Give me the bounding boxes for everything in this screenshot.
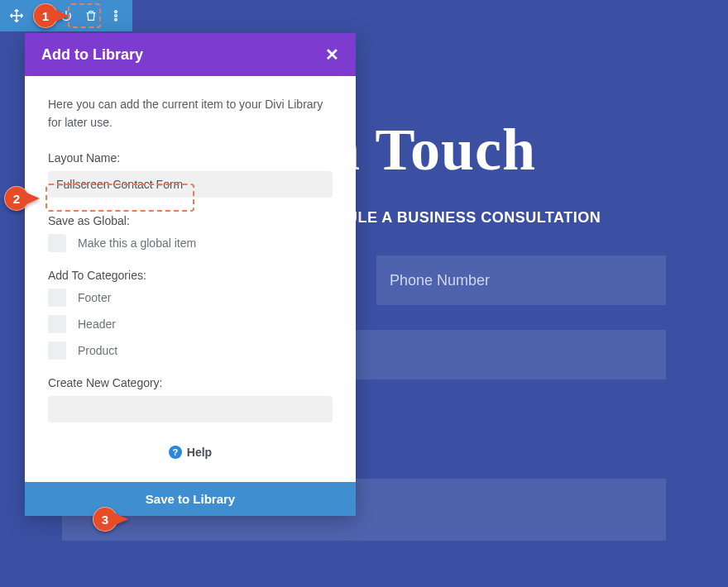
dialog-header: Add to Library ✕	[25, 33, 356, 76]
callout-bubble: 1	[33, 3, 58, 28]
global-checkbox[interactable]	[48, 234, 66, 252]
category-label: Footer	[78, 291, 111, 304]
global-check-row[interactable]: Make this a global item	[48, 234, 333, 252]
layout-name-label: Layout Name:	[48, 151, 333, 165]
callout-bubble: 2	[4, 186, 29, 211]
save-global-label: Save as Global:	[48, 214, 333, 227]
callout-bubble: 3	[93, 507, 117, 532]
help-link[interactable]: ? Help	[48, 439, 333, 472]
category-checkbox[interactable]	[48, 341, 66, 360]
save-global-group: Save as Global: Make this a global item	[48, 214, 333, 252]
svg-point-2	[115, 11, 117, 13]
dialog-title: Add to Library	[41, 46, 143, 64]
svg-point-3	[115, 15, 117, 17]
callout-1: 1	[33, 3, 69, 28]
add-to-library-dialog: Add to Library ✕ Here you can add the cu…	[25, 33, 356, 516]
dialog-body: Here you can add the current item to you…	[25, 76, 356, 482]
layout-name-group: Layout Name:	[48, 151, 333, 198]
callout-2: 2	[4, 186, 40, 211]
category-checkbox[interactable]	[48, 315, 66, 333]
trash-icon[interactable]	[83, 7, 99, 24]
callout-tail	[26, 193, 40, 204]
global-check-label: Make this a global item	[78, 236, 196, 250]
new-category-group: Create New Category:	[48, 376, 333, 422]
svg-point-4	[115, 18, 117, 21]
callout-tail	[115, 513, 128, 525]
category-label: Product	[78, 344, 117, 357]
categories-label: Add To Categories:	[48, 269, 333, 282]
layout-name-input[interactable]	[48, 171, 333, 198]
callout-tail	[55, 10, 69, 21]
category-row-product[interactable]: Product	[48, 341, 333, 360]
category-label: Header	[78, 317, 116, 331]
categories-group: Add To Categories: Footer Header Product	[48, 269, 333, 360]
new-category-input[interactable]	[48, 396, 333, 422]
more-icon[interactable]	[108, 7, 124, 24]
callout-3: 3	[93, 507, 128, 532]
new-category-label: Create New Category:	[48, 376, 333, 389]
category-row-footer[interactable]: Footer	[48, 289, 333, 307]
category-row-header[interactable]: Header	[48, 315, 333, 333]
save-to-library-button[interactable]: Save to Library	[25, 482, 356, 516]
category-checkbox[interactable]	[48, 289, 66, 307]
move-icon[interactable]	[8, 7, 25, 24]
help-icon: ?	[169, 446, 182, 459]
phone-field[interactable]: Phone Number	[376, 255, 666, 305]
dialog-intro: Here you can add the current item to you…	[48, 96, 333, 131]
close-icon[interactable]: ✕	[325, 45, 339, 64]
help-label: Help	[187, 446, 212, 459]
